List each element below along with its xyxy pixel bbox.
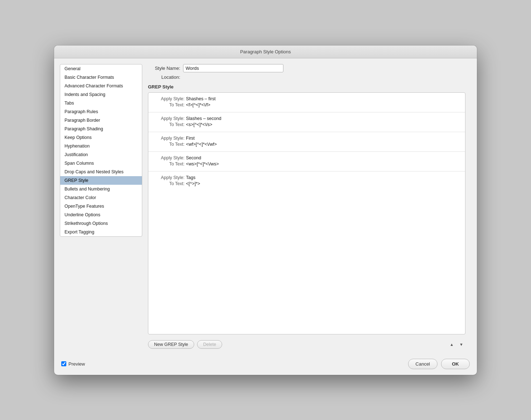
- sidebar-item-basic-character-formats[interactable]: Basic Character Formats: [60, 73, 142, 82]
- apply-style-value: Second: [186, 155, 201, 160]
- apply-style-value: Shashes – first: [186, 96, 216, 101]
- grep-entry: Apply Style: SecondTo Text: <ws>[^<]*<\/…: [148, 152, 465, 172]
- grep-panel: Apply Style: Shashes – firstTo Text: <f>…: [148, 92, 465, 334]
- move-down-button[interactable]: ▼: [457, 342, 465, 347]
- style-name-input[interactable]: [183, 64, 283, 72]
- location-label: Location:: [148, 74, 180, 80]
- sidebar-item-character-color[interactable]: Character Color: [60, 193, 142, 202]
- to-text-value: <[^>]*>: [186, 181, 200, 186]
- apply-style-row: Apply Style: Slashes – second: [154, 116, 459, 121]
- apply-style-label: Apply Style:: [154, 116, 185, 121]
- to-text-row: To Text: <ws>[^<]*<\/ws>: [154, 161, 459, 166]
- apply-style-row: Apply Style: First: [154, 136, 459, 141]
- to-text-label: To Text:: [154, 181, 185, 186]
- to-text-value: <wf>[^<]*<\/wf>: [186, 142, 217, 147]
- sidebar-item-grep-style[interactable]: GREP Style: [60, 176, 142, 185]
- sidebar-item-bullets-and-numbering[interactable]: Bullets and Numbering: [60, 185, 142, 193]
- to-text-row: To Text: <wf>[^<]*<\/wf>: [154, 142, 459, 147]
- sidebar-item-export-tagging[interactable]: Export Tagging: [60, 228, 142, 236]
- paragraph-style-options-dialog: Paragraph Style Options GeneralBasic Cha…: [54, 45, 477, 375]
- to-text-row: To Text: <[^>]*>: [154, 181, 459, 186]
- apply-style-label: Apply Style:: [154, 175, 185, 180]
- sidebar-item-drop-caps-and-nested-styles[interactable]: Drop Caps and Nested Styles: [60, 168, 142, 176]
- to-text-label: To Text:: [154, 161, 185, 166]
- dialog-title: Paragraph Style Options: [240, 49, 291, 54]
- delete-button[interactable]: Delete: [197, 340, 222, 349]
- location-row: Location:: [148, 74, 465, 80]
- sidebar-item-tabs[interactable]: Tabs: [60, 99, 142, 107]
- sidebar: GeneralBasic Character FormatsAdvanced C…: [60, 64, 142, 237]
- ok-button[interactable]: OK: [441, 359, 470, 369]
- sidebar-item-underline-options[interactable]: Underline Options: [60, 211, 142, 219]
- style-name-row: Style Name:: [148, 64, 465, 72]
- preview-label: Preview: [68, 361, 85, 367]
- apply-style-value: Slashes – second: [186, 116, 221, 121]
- to-text-label: To Text:: [154, 122, 185, 127]
- move-up-button[interactable]: ▲: [448, 342, 456, 347]
- cancel-button[interactable]: Cancel: [408, 359, 437, 369]
- sidebar-item-span-columns[interactable]: Span Columns: [60, 159, 142, 168]
- apply-style-label: Apply Style:: [154, 155, 185, 160]
- sidebar-item-advanced-character-formats[interactable]: Advanced Character Formats: [60, 82, 142, 90]
- sidebar-item-justification[interactable]: Justification: [60, 150, 142, 159]
- apply-style-label: Apply Style:: [154, 136, 185, 141]
- apply-style-row: Apply Style: Shashes – first: [154, 96, 459, 101]
- apply-style-value: Tags: [186, 175, 195, 180]
- sidebar-item-paragraph-border[interactable]: Paragraph Border: [60, 116, 142, 125]
- sidebar-item-paragraph-rules[interactable]: Paragraph Rules: [60, 107, 142, 116]
- arrow-container: ▲ ▼: [448, 342, 465, 347]
- grep-entry: Apply Style: TagsTo Text: <[^>]*>: [148, 172, 465, 191]
- sidebar-item-opentype-features[interactable]: OpenType Features: [60, 202, 142, 211]
- sidebar-item-hyphenation[interactable]: Hyphenation: [60, 142, 142, 150]
- dialog-body: GeneralBasic Character FormatsAdvanced C…: [54, 58, 477, 354]
- to-text-row: To Text: <f>[^<]*<\/f>: [154, 102, 459, 107]
- sidebar-item-general[interactable]: General: [60, 64, 142, 73]
- style-name-label: Style Name:: [148, 66, 180, 71]
- new-grep-style-button[interactable]: New GREP Style: [148, 340, 194, 349]
- sidebar-item-indents-and-spacing[interactable]: Indents and Spacing: [60, 90, 142, 99]
- grep-entry: Apply Style: Slashes – secondTo Text: <s…: [148, 112, 465, 132]
- to-text-value: <f>[^<]*<\/f>: [186, 102, 210, 107]
- to-text-label: To Text:: [154, 142, 185, 147]
- sidebar-item-keep-options[interactable]: Keep Options: [60, 133, 142, 142]
- apply-style-row: Apply Style: Second: [154, 155, 459, 160]
- sidebar-item-strikethrough-options[interactable]: Strikethrough Options: [60, 219, 142, 228]
- sidebar-item-paragraph-shading[interactable]: Paragraph Shading: [60, 125, 142, 133]
- to-text-value: <s>[^<]*<\/s>: [186, 122, 212, 127]
- preview-row: Preview: [61, 361, 85, 367]
- grep-section-title: GREP Style: [148, 84, 465, 90]
- footer-buttons: Cancel OK: [408, 359, 470, 369]
- to-text-value: <ws>[^<]*<\/ws>: [186, 161, 219, 166]
- dialog-titlebar: Paragraph Style Options: [54, 45, 477, 58]
- main-content: Style Name: Location: GREP Style Apply S…: [142, 64, 471, 349]
- to-text-label: To Text:: [154, 102, 185, 107]
- grep-buttons-row: New GREP Style Delete ▲ ▼: [148, 340, 465, 349]
- apply-style-label: Apply Style:: [154, 96, 185, 101]
- preview-checkbox[interactable]: [61, 361, 66, 366]
- grep-entry: Apply Style: FirstTo Text: <wf>[^<]*<\/w…: [148, 132, 465, 152]
- dialog-footer: Preview Cancel OK: [54, 354, 477, 375]
- apply-style-value: First: [186, 136, 195, 141]
- grep-entry: Apply Style: Shashes – firstTo Text: <f>…: [148, 93, 465, 112]
- to-text-row: To Text: <s>[^<]*<\/s>: [154, 122, 459, 127]
- apply-style-row: Apply Style: Tags: [154, 175, 459, 180]
